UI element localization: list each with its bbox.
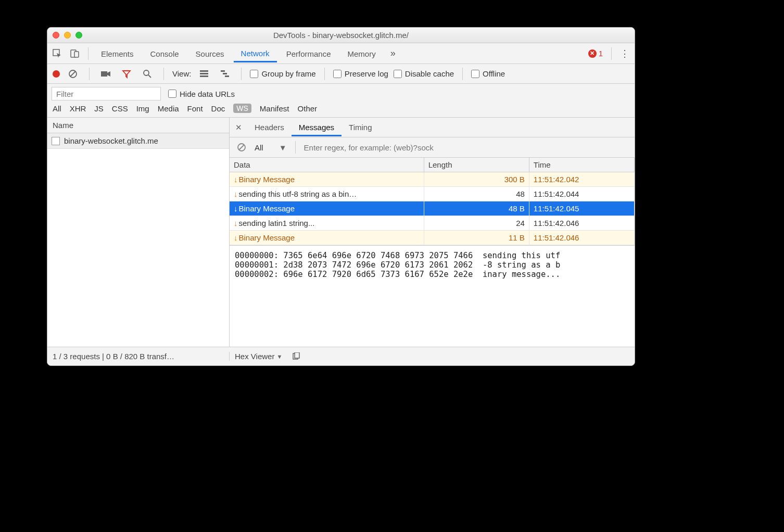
clear-icon[interactable] — [65, 66, 81, 82]
more-tabs-icon[interactable]: » — [385, 46, 401, 61]
filter-row: Hide data URLs — [47, 84, 635, 100]
view-label: View: — [172, 69, 191, 78]
col-length[interactable]: Length — [424, 158, 529, 172]
arrow-down-icon: ↓ — [234, 189, 238, 198]
svg-rect-17 — [295, 352, 299, 358]
hex-viewer: 00000000: 7365 6e64 696e 6720 7468 6973 … — [230, 245, 635, 347]
name-column-header[interactable]: Name — [47, 118, 229, 133]
device-mode-icon[interactable] — [67, 46, 83, 61]
type-other[interactable]: Other — [298, 104, 318, 113]
arrow-down-icon: ↓ — [234, 204, 238, 213]
tab-messages[interactable]: Messages — [292, 119, 342, 136]
svg-rect-8 — [200, 70, 208, 72]
error-count-badge[interactable]: ✕ 1 — [588, 49, 603, 58]
separator — [163, 68, 164, 80]
tab-performance[interactable]: Performance — [279, 45, 338, 62]
record-button[interactable] — [53, 70, 60, 78]
error-icon: ✕ — [588, 49, 597, 58]
regex-filter-input[interactable] — [304, 143, 630, 152]
chevron-down-icon: ▼ — [279, 143, 287, 152]
network-toolbar: View: Group by frame Preserve log Disabl… — [47, 64, 635, 84]
arrow-down-icon: ↓ — [234, 219, 238, 227]
type-font[interactable]: Font — [187, 104, 203, 113]
svg-rect-12 — [223, 73, 227, 74]
tab-sources[interactable]: Sources — [188, 45, 232, 62]
message-row[interactable]: ↓sending latin1 string...2411:51:42.046 — [230, 216, 635, 231]
svg-rect-2 — [74, 52, 79, 57]
messages-table: Data Length Time ↓Binary Message300 B11:… — [230, 158, 635, 245]
svg-rect-5 — [101, 71, 107, 77]
window-title: DevTools - binary-websocket.glitch.me/ — [47, 31, 635, 40]
filter-icon[interactable] — [119, 66, 134, 82]
separator — [324, 68, 325, 80]
svg-line-7 — [148, 75, 151, 78]
tab-console[interactable]: Console — [143, 45, 186, 62]
titlebar: DevTools - binary-websocket.glitch.me/ — [47, 28, 635, 43]
tab-elements[interactable]: Elements — [94, 45, 141, 62]
message-row[interactable]: ↓Binary Message11 B11:51:42.046 — [230, 231, 635, 245]
separator — [89, 68, 90, 80]
request-name: binary-websocket.glitch.me — [64, 136, 158, 145]
col-data[interactable]: Data — [230, 158, 424, 172]
large-rows-icon[interactable] — [196, 66, 212, 82]
hide-data-urls-checkbox[interactable]: Hide data URLs — [168, 90, 235, 98]
camera-icon[interactable] — [98, 66, 113, 82]
main-split: Name binary-websocket.glitch.me ✕ Header… — [47, 118, 635, 347]
col-time[interactable]: Time — [529, 158, 634, 172]
type-all[interactable]: All — [53, 104, 61, 113]
type-media[interactable]: Media — [158, 104, 179, 113]
arrow-down-icon: ↓ — [234, 233, 238, 242]
kebab-menu-icon[interactable]: ⋮ — [617, 46, 633, 61]
devtools-window: DevTools - binary-websocket.glitch.me/ E… — [47, 27, 635, 366]
svg-rect-13 — [225, 75, 229, 77]
request-list-pane: Name binary-websocket.glitch.me — [47, 118, 230, 347]
detail-tabs: ✕ Headers Messages Timing — [230, 118, 635, 137]
svg-rect-9 — [200, 73, 208, 74]
svg-line-4 — [70, 71, 75, 77]
type-js[interactable]: JS — [94, 104, 104, 113]
svg-rect-10 — [200, 75, 208, 77]
type-ws[interactable]: WS — [233, 104, 251, 113]
separator — [462, 68, 463, 80]
svg-point-6 — [144, 70, 149, 75]
waterfall-icon[interactable] — [217, 66, 233, 82]
message-row[interactable]: ↓Binary Message48 B11:51:42.045 — [230, 201, 635, 216]
request-row[interactable]: binary-websocket.glitch.me — [47, 133, 229, 149]
separator — [88, 47, 88, 60]
filter-input[interactable] — [52, 87, 161, 100]
separator — [241, 68, 242, 80]
preserve-log-checkbox[interactable]: Preserve log — [333, 69, 388, 78]
messages-toolbar: All ▼ — [230, 137, 635, 158]
arrow-down-icon: ↓ — [234, 175, 238, 184]
detail-pane: ✕ Headers Messages Timing All ▼ — [230, 118, 635, 347]
copy-icon[interactable] — [288, 349, 304, 364]
svg-line-15 — [239, 145, 244, 150]
group-by-frame-checkbox[interactable]: Group by frame — [250, 69, 315, 78]
type-css[interactable]: CSS — [112, 104, 128, 113]
disable-cache-checkbox[interactable]: Disable cache — [394, 69, 454, 78]
tab-timing[interactable]: Timing — [342, 119, 379, 136]
search-icon[interactable] — [140, 66, 155, 82]
separator — [295, 141, 296, 154]
type-img[interactable]: Img — [136, 104, 149, 113]
svg-rect-11 — [221, 70, 225, 72]
clear-messages-icon[interactable] — [234, 140, 249, 155]
tab-headers[interactable]: Headers — [247, 119, 292, 136]
panel-tabs: Elements Console Sources Network Perform… — [47, 43, 635, 64]
tab-network[interactable]: Network — [234, 44, 277, 62]
hex-viewer-dropdown[interactable]: Hex Viewer ▼ — [235, 352, 282, 361]
status-bar: 1 / 3 requests | 0 B / 820 B transf… Hex… — [47, 347, 635, 365]
type-manifest[interactable]: Manifest — [260, 104, 289, 113]
message-row[interactable]: ↓Binary Message300 B11:51:42.042 — [230, 172, 635, 187]
document-icon — [52, 137, 60, 145]
tab-memory[interactable]: Memory — [340, 45, 383, 62]
request-list-empty — [47, 149, 229, 347]
message-row[interactable]: ↓sending this utf-8 string as a bin…4811… — [230, 187, 635, 201]
offline-checkbox[interactable]: Offline — [471, 69, 505, 78]
type-doc[interactable]: Doc — [211, 104, 225, 113]
type-filter-row: All XHR JS CSS Img Media Font Doc WS Man… — [47, 100, 635, 118]
close-detail-icon[interactable]: ✕ — [230, 123, 247, 132]
inspect-icon[interactable] — [49, 46, 65, 61]
type-xhr[interactable]: XHR — [70, 104, 86, 113]
message-type-filter[interactable]: All ▼ — [255, 143, 287, 152]
